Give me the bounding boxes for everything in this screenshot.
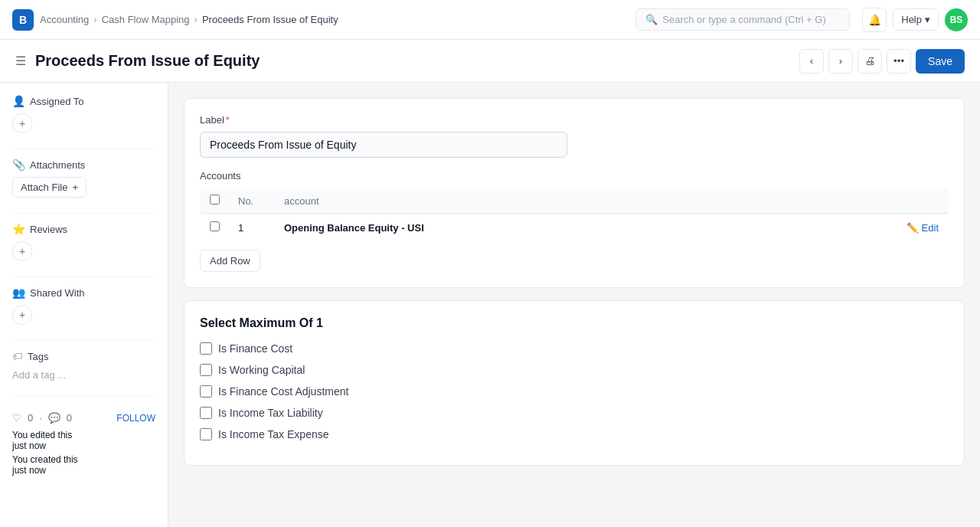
option-income-tax-expense: Is Income Tax Expense [200,428,949,440]
activity-1-user: You edited this [12,430,72,440]
required-marker: * [226,114,230,126]
sidebar-footer: ♡ 0 · 💬 0 FOLLOW You edited this just no… [12,406,155,476]
option-income-tax-liability: Is Income Tax Liability [200,407,949,419]
tags-section: 🏷 Tags Add a tag ... [12,350,155,381]
assigned-to-label: Assigned To [30,96,84,107]
app-icon[interactable]: B [12,9,34,31]
label-input[interactable] [200,132,567,158]
assigned-to-section: 👤 Assigned To + [12,95,155,133]
checkbox-finance-cost[interactable] [200,342,212,355]
search-bar[interactable]: 🔍 Search or type a command (Ctrl + G) [635,8,850,31]
table-row: 1 Opening Balance Equity - USI ✏️ Edit [201,214,949,242]
attachments-icon: 📎 [12,159,25,171]
save-button[interactable]: Save [916,49,965,74]
reviews-section: ⭐ Reviews + [12,223,155,261]
reviews-icon: ⭐ [12,223,25,235]
sidebar: 👤 Assigned To + 📎 Attachments Attach Fil… [0,83,168,527]
checkbox-income-tax-liability[interactable] [200,407,212,419]
comment-icon[interactable]: 💬 [48,412,60,424]
help-label: Help [901,14,922,25]
add-tag-text[interactable]: Add a tag ... [12,369,66,381]
tags-icon: 🏷 [12,350,23,362]
attachments-section: 📎 Attachments Attach File + [12,159,155,198]
help-button[interactable]: Help ▾ [893,8,939,31]
breadcrumb-sep-1: › [93,14,96,25]
comments-count: 0 [67,412,72,424]
shared-with-label: Shared With [30,287,85,299]
row-checkbox[interactable] [210,221,220,231]
menu-icon[interactable]: ☰ [15,54,26,68]
add-row-button[interactable]: Add Row [200,250,260,272]
accounts-table: No. account 1 Opening Balance Equity - U… [200,188,949,242]
select-all-checkbox[interactable] [210,195,220,205]
accounts-title: Accounts [200,170,949,182]
select-maximum-card: Select Maximum Of 1 Is Finance Cost Is W… [184,300,965,466]
option-finance-cost-adjustment-label: Is Finance Cost Adjustment [218,385,348,398]
edit-pencil-icon: ✏️ [906,222,919,234]
attach-file-plus-icon: + [72,182,78,193]
col-no: No. [229,188,275,214]
add-shared-button[interactable]: + [12,305,32,325]
checkbox-income-tax-expense[interactable] [200,428,212,440]
activity-1: You edited this just now [12,430,155,451]
breadcrumb-current: Proceeds From Issue of Equity [202,14,338,25]
breadcrumb-cash-flow[interactable]: Cash Flow Mapping [102,14,190,25]
col-account: account [275,188,887,214]
dot-sep: · [39,412,42,424]
edit-link[interactable]: ✏️ Edit [897,222,939,234]
follow-button[interactable]: FOLLOW [116,413,155,424]
page-title: Proceeds From Issue of Equity [35,52,799,70]
shared-with-icon: 👥 [12,286,25,299]
edit-label: Edit [922,222,939,234]
heart-icon[interactable]: ♡ [12,412,21,424]
likes-count: 0 [28,412,33,424]
checkbox-working-capital[interactable] [200,364,212,376]
prev-button[interactable]: ‹ [799,49,824,74]
activity-2-time: just now [12,465,46,476]
row-no: 1 [229,214,275,242]
print-button[interactable]: 🖨 [858,49,882,74]
breadcrumb: Accounting › Cash Flow Mapping › Proceed… [40,14,338,25]
next-button[interactable]: › [828,49,853,74]
attachments-label: Attachments [30,159,85,171]
add-review-button[interactable]: + [12,241,32,261]
more-button[interactable]: ••• [887,49,911,74]
option-working-capital: Is Working Capital [200,364,949,376]
attach-file-button[interactable]: Attach File + [12,177,87,198]
label-accounts-card: Label* Accounts No. account 1 [184,98,965,288]
add-assigned-button[interactable]: + [12,113,32,133]
breadcrumb-sep-2: › [194,14,198,25]
reviews-label: Reviews [30,224,67,235]
select-maximum-title: Select Maximum Of 1 [200,316,949,330]
option-finance-cost-label: Is Finance Cost [218,342,292,355]
breadcrumb-accounting[interactable]: Accounting [40,14,89,25]
shared-with-section: 👥 Shared With + [12,286,155,325]
chevron-down-icon: ▾ [925,14,930,25]
activity-1-time: just now [12,440,46,451]
main-content: Label* Accounts No. account 1 [168,83,980,527]
option-finance-cost: Is Finance Cost [200,342,949,355]
row-account: Opening Balance Equity - USI [284,222,424,234]
checkbox-finance-cost-adjustment[interactable] [200,385,212,398]
activity-2: You created this just now [12,454,155,476]
likes-row: ♡ 0 · 💬 0 FOLLOW [12,412,155,424]
option-finance-cost-adjustment: Is Finance Cost Adjustment [200,385,949,398]
activity-2-user: You created this [12,454,78,465]
option-income-tax-expense-label: Is Income Tax Expense [218,428,328,440]
label-field-label: Label* [200,114,949,126]
search-placeholder: Search or type a command (Ctrl + G) [662,14,826,25]
assigned-to-icon: 👤 [12,95,25,107]
option-income-tax-liability-label: Is Income Tax Liability [218,407,323,419]
tags-label: Tags [28,351,48,362]
attach-file-label: Attach File [21,182,67,193]
avatar[interactable]: BS [945,8,968,31]
option-working-capital-label: Is Working Capital [218,364,305,376]
notifications-button[interactable]: 🔔 [862,8,887,32]
search-icon: 🔍 [645,14,658,25]
